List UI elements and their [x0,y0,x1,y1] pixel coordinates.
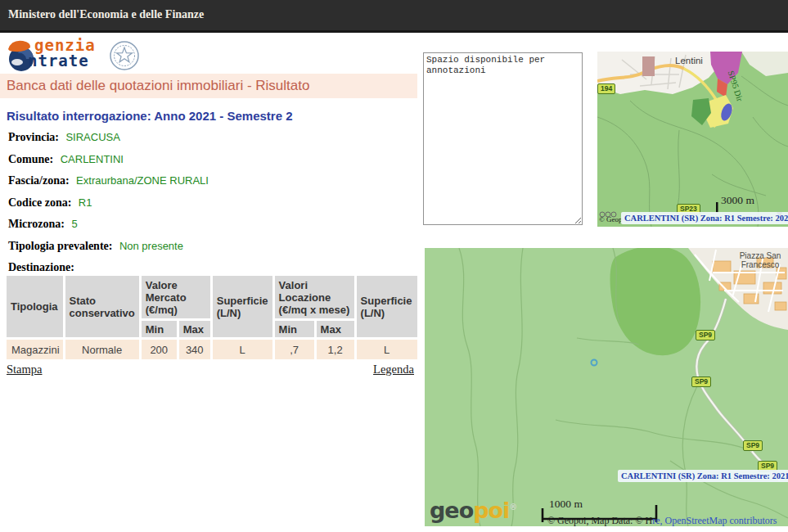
ministry-header-bar: Ministero dell'Economia e delle Finanze [0,0,788,33]
road-badge-194: 194 [597,83,615,94]
scale-label: 1000 m [549,498,583,511]
cell-vm-min: 200 [142,340,177,359]
field-fascia-zona: Fascia/zona: Extraurbana/ZONE RURALI [8,169,417,192]
field-label: Tipologia prevalente: [8,240,112,252]
zone-map[interactable]: Piazza San Francesco SP9 SP9 SP9 SP9 CAR… [425,248,788,526]
agenzia-entrate-logo[interactable]: genzia ntrate [7,38,146,74]
cell-stato: Normale [65,340,139,359]
field-label: Destinazione: [8,261,74,273]
col-header-valore-mercato: Valore Mercato (€/mq) [142,276,210,318]
osm-attribution-link[interactable]: re, OpenStreetMap contributors [652,515,777,526]
field-label: Provincia: [8,131,59,143]
col-header-tipologia: Tipologia [7,276,63,337]
logo-wordmark: genzia ntrate [34,38,96,69]
zone-map-canvas [425,248,788,526]
field-label: Microzona: [8,218,65,230]
field-comune: Comune: CARLENTINI [8,148,417,170]
cell-vl-min: ,7 [275,340,314,359]
col-header-vm-max: Max [179,321,210,337]
col-header-superficie-1: Superficie (L/N) [213,276,272,337]
page: Ministero dell'Economia e delle Finanze … [0,0,788,532]
page-title: Banca dati delle quotazioni immobiliari … [7,78,309,93]
overview-map[interactable]: Lentini 194 SP23 SP95 Dir 3000 m © Geop … [597,52,788,227]
place-label: Piazza San Francesco [734,251,786,269]
stampa-link[interactable]: Stampa [7,363,43,376]
scale-label: 3000 m [721,194,754,207]
links-row: Stampa Legenda [7,363,414,376]
road-badge-sp9-3: SP9 [743,440,763,451]
registered-mark-icon: ® [509,503,517,512]
cell-superficie-2: L [357,340,417,359]
map-attribution: © Geopoi, Map Data: © Hre, OpenStreetMap… [547,515,777,526]
field-value: SIRACUSA [62,131,119,143]
field-value: CARLENTINI [57,153,124,165]
col-header-vl-min: Min [275,321,314,337]
logo-line2: ntrate [28,53,96,69]
overview-map-canvas [597,52,788,227]
field-value: 5 [68,218,77,230]
field-label: Codice zona: [8,196,71,209]
cell-tipologia: Magazzini [7,340,63,359]
field-codice-zona: Codice zona: R1 [8,192,417,214]
field-provincia: Provincia: SIRACUSA [8,126,417,148]
geopoi-logo-geo: geo [430,498,473,523]
table-row: Magazzini Normale 200 340 L ,7 1,2 L [7,340,417,359]
road-badge-sp9-1: SP9 [696,330,715,340]
geopoi-logo: geopoi® [430,496,517,521]
field-label: Comune: [8,153,53,165]
field-value: Extraurbana/ZONE RURALI [73,174,209,187]
field-value [74,261,78,273]
field-microzona: Microzona: 5 [8,213,417,235]
col-header-valori-locazione: Valori Locazione (€/mq x mese) [275,276,354,318]
col-header-vm-min: Min [142,321,177,337]
road-badge-sp9-2: SP9 [691,376,711,387]
quotations-table: Tipologia Stato conservativo Valore Merc… [4,273,420,362]
italy-emblem-icon [108,39,141,72]
field-label: Fascia/zona: [8,174,70,187]
ministry-title: Ministero dell'Economia e delle Finanze [8,8,204,21]
cell-vm-max: 340 [179,340,210,359]
field-value: R1 [75,196,92,209]
town-label: Lentini [675,56,703,65]
legenda-link[interactable]: Legenda [373,363,414,376]
annotations-textarea[interactable]: Spazio disponibile per annotazioni [423,52,583,225]
field-tipologia-prevalente: Tipologia prevalente: Non presente [8,235,417,257]
attribution-text: © Geopoi, Map Data: © H [547,515,652,526]
col-header-superficie-2: Superficie (L/N) [357,276,417,337]
cell-superficie-1: L [213,340,272,359]
page-title-banner: Banca dati delle quotazioni immobiliari … [0,74,417,98]
col-header-stato: Stato conservativo [65,276,139,337]
geopoi-logo-poi: poi [473,498,509,523]
map-caption: CARLENTINI (SR) Zona: R1 Semestre: 20212 [621,212,788,224]
cell-vl-max: 1,2 [317,340,354,359]
copyright-label: © Geop [599,215,623,223]
col-header-vl-max: Max [317,321,354,337]
map-caption: CARLENTINI (SR) Zona: R1 Semestre: 20212 [618,470,788,482]
field-value: Non presente [116,240,183,252]
result-fields: Provincia: SIRACUSA Comune: CARLENTINI F… [8,126,417,278]
result-heading: Risultato interrogazione: Anno 2021 - Se… [7,109,293,123]
